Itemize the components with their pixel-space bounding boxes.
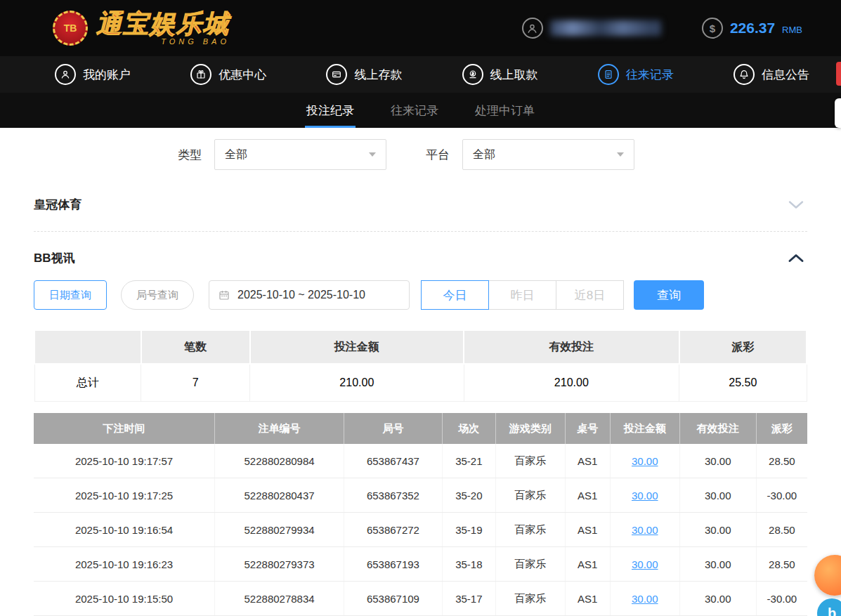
edge-widget-red[interactable] — [836, 62, 841, 86]
cell-bet-time: 2025-10-10 19:17:25 — [34, 478, 215, 513]
summary-total-label: 总计 — [34, 364, 141, 402]
logo[interactable]: 通宝娱乐城 TONG BAO — [96, 11, 230, 46]
cell-round-number: 653867193 — [344, 547, 443, 582]
cell-session: 35-21 — [442, 444, 495, 478]
user-icon — [522, 18, 543, 39]
col-order-number: 注单编号 — [215, 413, 344, 444]
nav-label: 信息公告 — [762, 67, 809, 83]
cell-order-number: 522880278834 — [215, 582, 344, 616]
cell-game-type: 百家乐 — [495, 582, 565, 616]
query-controls: 日期查询 局号查询 2025-10-10 ~ 2025-10-10 今日 昨日 … — [34, 280, 807, 310]
edge-widget-white[interactable] — [835, 98, 841, 128]
date-range-input[interactable]: 2025-10-10 ~ 2025-10-10 — [209, 280, 410, 310]
cell-round-number: 653867352 — [344, 478, 443, 513]
cell-payout: 28.50 — [756, 547, 807, 582]
cell-order-number: 522880280437 — [215, 478, 344, 513]
section-crown-sports[interactable]: 皇冠体育 — [34, 177, 807, 232]
col-table-number: 桌号 — [565, 413, 610, 444]
subtab-transaction-records[interactable]: 往来记录 — [391, 93, 438, 128]
subtab-label: 处理中订单 — [475, 103, 535, 119]
cell-payout: -30.00 — [756, 478, 807, 513]
nav-item-online-withdrawal[interactable]: 线上取款 — [462, 64, 538, 85]
logo-title: 通宝娱乐城 — [96, 11, 230, 37]
subtab-processing-orders[interactable]: 处理中订单 — [475, 93, 535, 128]
cell-payout: 28.50 — [756, 513, 807, 547]
summary-header-bet-amount: 投注金额 — [250, 330, 464, 364]
bell-icon — [734, 64, 755, 85]
chevron-down-icon[interactable] — [785, 198, 807, 211]
summary-total-bet-amount: 210.00 — [250, 364, 464, 402]
col-game-type: 游戏类别 — [495, 413, 565, 444]
yesterday-button[interactable]: 昨日 — [488, 280, 556, 310]
bet-amount-link[interactable]: 30.00 — [632, 490, 658, 502]
cell-round-number: 653867272 — [344, 513, 443, 547]
dollar-icon: $ — [702, 18, 723, 39]
col-valid-bet: 有效投注 — [679, 413, 756, 444]
col-bet-amount: 投注金额 — [610, 413, 679, 444]
platform-select-value: 全部 — [473, 148, 495, 162]
calendar-icon — [218, 289, 230, 301]
col-payout: 派彩 — [756, 413, 807, 444]
balance-area[interactable]: $ 226.37 RMB — [702, 18, 802, 39]
search-button[interactable]: 查询 — [634, 280, 704, 310]
table-row: 2025-10-10 19:15:50 522880278834 6538671… — [34, 582, 807, 616]
cell-round-number: 653867109 — [344, 582, 443, 616]
subtab-label: 投注纪录 — [306, 103, 354, 119]
col-session: 场次 — [442, 413, 495, 444]
main-content: 类型 全部 平台 全部 皇冠体育 BB视讯 日期查询 局号查询 — [0, 128, 841, 616]
today-button[interactable]: 今日 — [421, 280, 489, 310]
cell-bet-time: 2025-10-10 19:16:54 — [34, 513, 215, 547]
cell-table-number: AS1 — [565, 513, 610, 547]
summary-header-row: 笔数 投注金额 有效投注 派彩 — [34, 330, 807, 364]
bet-records-table: 下注时间 注单编号 局号 场次 游戏类别 桌号 投注金额 有效投注 派彩 202… — [34, 413, 807, 616]
date-range-value: 2025-10-10 ~ 2025-10-10 — [237, 289, 365, 301]
nav-item-transaction-records[interactable]: 往来记录 — [598, 64, 674, 85]
cell-payout: -30.00 — [756, 582, 807, 616]
user-account-area[interactable] — [522, 18, 661, 39]
cell-game-type: 百家乐 — [495, 444, 565, 478]
summary-total-row: 总计 7 210.00 210.00 25.50 — [34, 364, 807, 402]
withdraw-coin-icon — [462, 64, 483, 85]
cell-session: 35-17 — [442, 582, 495, 616]
chevron-down-icon — [369, 152, 376, 157]
bet-amount-link[interactable]: 30.00 — [632, 593, 658, 605]
nav-label: 我的账户 — [83, 67, 131, 83]
chevron-up-icon[interactable] — [785, 251, 807, 265]
nav-label: 线上取款 — [490, 67, 538, 83]
nav-item-my-account[interactable]: 我的账户 — [55, 64, 131, 85]
type-select[interactable]: 全部 — [214, 139, 386, 170]
cell-bet-time: 2025-10-10 19:15:50 — [34, 582, 215, 616]
cell-table-number: AS1 — [565, 547, 610, 582]
summary-header-valid-bet: 有效投注 — [464, 330, 679, 364]
bet-amount-link[interactable]: 30.00 — [632, 524, 658, 536]
nav-item-online-deposit[interactable]: 线上存款 — [326, 64, 402, 85]
nav-label: 线上存款 — [354, 67, 402, 83]
nav-item-promotions[interactable]: 优惠中心 — [190, 64, 266, 85]
bet-amount-link[interactable]: 30.00 — [632, 455, 658, 467]
cell-order-number: 522880279373 — [215, 547, 344, 582]
cell-round-number: 653867437 — [344, 444, 443, 478]
col-round-number: 局号 — [344, 413, 443, 444]
cell-valid-bet: 30.00 — [679, 478, 756, 513]
subtab-betting-records[interactable]: 投注纪录 — [306, 93, 354, 128]
balance-currency: RMB — [782, 25, 802, 35]
cell-table-number: AS1 — [565, 444, 610, 478]
table-row: 2025-10-10 19:16:23 522880279373 6538671… — [34, 547, 807, 582]
cell-valid-bet: 30.00 — [679, 547, 756, 582]
table-header-row: 下注时间 注单编号 局号 场次 游戏类别 桌号 投注金额 有效投注 派彩 — [34, 413, 807, 444]
summary-total-payout: 25.50 — [679, 364, 807, 402]
cell-game-type: 百家乐 — [495, 547, 565, 582]
section-bb-video[interactable]: BB视讯 — [34, 232, 807, 277]
nav-label: 往来记录 — [626, 67, 674, 83]
quick-date-group: 今日 昨日 近8日 — [421, 280, 624, 310]
round-number-query-button[interactable]: 局号查询 — [121, 280, 194, 310]
bet-amount-link[interactable]: 30.00 — [632, 558, 658, 570]
cell-game-type: 百家乐 — [495, 513, 565, 547]
last-8-days-button[interactable]: 近8日 — [556, 280, 624, 310]
section-title: 皇冠体育 — [34, 197, 82, 213]
date-query-button[interactable]: 日期查询 — [34, 280, 107, 310]
summary-total-count: 7 — [141, 364, 250, 402]
nav-item-announcements[interactable]: 信息公告 — [734, 64, 809, 85]
platform-select[interactable]: 全部 — [462, 139, 634, 170]
cell-table-number: AS1 — [565, 478, 610, 513]
